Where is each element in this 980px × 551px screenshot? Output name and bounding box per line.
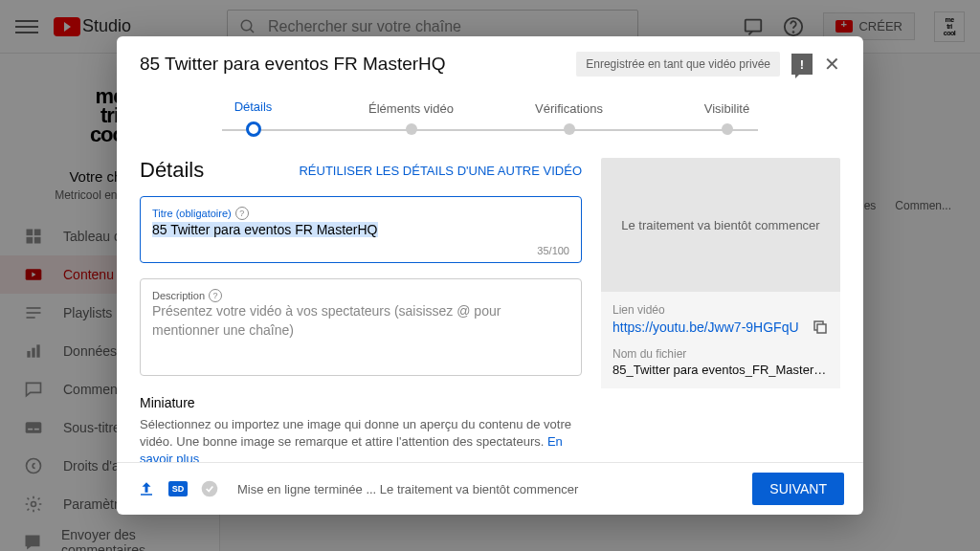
description-field[interactable]: Description? Présentez votre vidéo à vos… [140, 278, 582, 376]
video-link[interactable]: https://youtu.be/Jww7-9HGFqU [612, 320, 799, 335]
feedback-button[interactable]: ! [791, 54, 813, 75]
close-icon[interactable]: ✕ [824, 53, 840, 76]
next-button[interactable]: SUIVANT [752, 473, 844, 505]
thumbnail-title: Miniature [140, 395, 582, 410]
svg-point-22 [202, 481, 218, 497]
help-icon[interactable]: ? [235, 207, 249, 220]
title-field[interactable]: Titre (obligatoire)? 85 Twitter para eve… [140, 196, 582, 263]
reuse-button[interactable]: RÉUTILISER LES DÉTAILS D'UNE AUTRE VIDÉO [299, 164, 582, 178]
preview-info: Lien vidéo https://youtu.be/Jww7-9HGFqU … [601, 292, 840, 388]
upload-icon[interactable] [136, 478, 157, 499]
file-name: 85_Twitter para eventos_FR_MasterHQ... [612, 363, 829, 377]
modal-title: 85 Twitter para eventos FR MasterHQ [140, 54, 565, 75]
svg-rect-21 [817, 324, 826, 333]
thumbnail-desc: Sélectionnez ou importez une image qui d… [140, 416, 582, 462]
modal-header: 85 Twitter para eventos FR MasterHQ Enre… [117, 36, 863, 92]
title-counter: 35/100 [152, 245, 569, 256]
copy-icon[interactable] [812, 319, 829, 336]
video-preview: Le traitement va bientôt commencer [601, 158, 840, 292]
privacy-badge: Enregistrée en tant que vidéo privée [576, 52, 780, 77]
sd-badge: SD [168, 481, 188, 496]
check-icon [199, 478, 220, 499]
description-placeholder: Présentez votre vidéo à vos spectateurs … [152, 302, 569, 369]
step-details[interactable]: Détails [174, 99, 332, 137]
modal-body: Détails RÉUTILISER LES DÉTAILS D'UNE AUT… [117, 150, 863, 462]
modal-overlay: 85 Twitter para eventos FR MasterHQ Enre… [0, 0, 980, 551]
title-input-value[interactable]: 85 Twitter para eventos FR MasterHQ [152, 222, 378, 237]
upload-modal: 85 Twitter para eventos FR MasterHQ Enre… [117, 36, 863, 515]
stepper: Détails Éléments vidéo Vérifications Vis… [117, 92, 863, 150]
help-icon[interactable]: ? [209, 289, 222, 302]
section-title: Détails [140, 158, 204, 183]
modal-footer: SD Mise en ligne terminée ... Le traitem… [117, 462, 863, 515]
upload-status: Mise en ligne terminée ... Le traitement… [237, 482, 741, 496]
